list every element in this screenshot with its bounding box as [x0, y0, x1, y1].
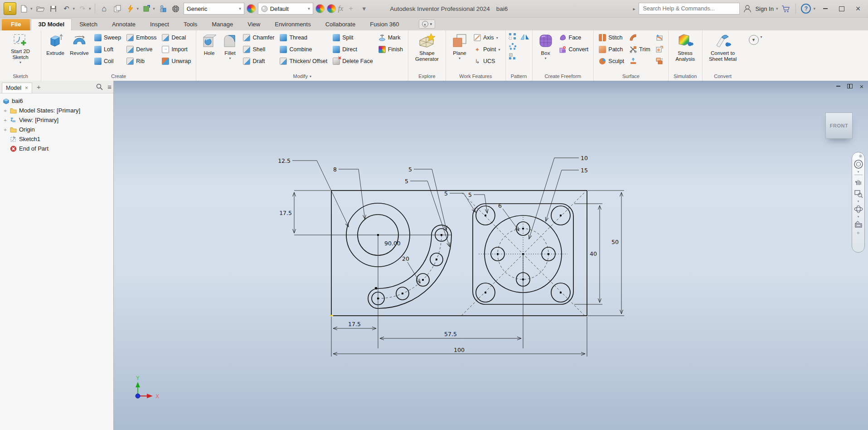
ribbon-collapse-control[interactable]: ▲ ▾ — [419, 20, 436, 29]
browser-search-icon[interactable] — [96, 83, 103, 90]
decal-button[interactable]: Decal — [160, 32, 193, 44]
stress-analysis-button[interactable]: Stress Analysis — [671, 32, 699, 71]
revolve-button[interactable]: Revolve — [68, 32, 91, 71]
dim-slot-radius[interactable]: 20 — [402, 255, 409, 262]
sweep-button[interactable]: Sweep — [92, 32, 123, 44]
clear-appearance-wheel-icon[interactable] — [327, 4, 336, 13]
new-file-button[interactable] — [19, 3, 29, 14]
tab-annotate[interactable]: Annotate — [105, 19, 142, 30]
redo-dropdown-icon[interactable]: ▾ — [89, 6, 91, 11]
dim-plate-width[interactable]: 100 — [454, 347, 465, 353]
thicken-offset-button[interactable]: Thicken/ Offset — [277, 55, 330, 67]
tree-item-view[interactable]: + View: [Primary] — [1, 115, 112, 125]
appearance-select[interactable]: Default ▾ — [258, 3, 313, 15]
tab-environments[interactable]: Environments — [268, 19, 317, 30]
panel-label-surface[interactable]: Surface — [595, 72, 667, 81]
tree-item-origin[interactable]: + Origin — [1, 125, 112, 134]
panel-label-explore[interactable]: Explore — [409, 72, 445, 81]
panel-label-modify[interactable]: Modify▾ — [197, 72, 407, 81]
new-file-dropdown-icon[interactable]: ▾ — [30, 6, 33, 11]
open-button[interactable] — [35, 3, 46, 14]
freeform-box-button[interactable]: Box ▾ — [535, 32, 556, 71]
plane-button[interactable]: Plane ▾ — [449, 32, 470, 71]
customize-qat-icon[interactable]: ▾ — [359, 3, 369, 14]
tab-manage[interactable]: Manage — [205, 19, 240, 30]
extend-surface-button[interactable] — [627, 55, 653, 67]
adjust-color-wheel-icon[interactable] — [315, 4, 325, 13]
material-dropdown-icon[interactable]: ▾ — [153, 6, 155, 11]
undo-dropdown-icon[interactable]: ▾ — [73, 6, 75, 11]
tree-item-end-of-part[interactable]: End of Part — [1, 144, 112, 153]
mark-button[interactable]: Mark — [376, 32, 405, 44]
freeform-box-dropdown-icon[interactable]: ▾ — [545, 56, 547, 60]
draft-button[interactable]: Draft — [241, 55, 276, 67]
help-dropdown-icon[interactable]: ▾ — [813, 6, 815, 11]
ruled-surface-button[interactable] — [627, 32, 653, 44]
replace-face-button[interactable] — [654, 44, 665, 55]
save-button[interactable] — [48, 3, 59, 14]
circular-pattern-icon[interactable] — [509, 43, 517, 50]
copy-surface-button[interactable] — [654, 55, 665, 67]
material-select[interactable]: Generic ▾ — [184, 3, 244, 15]
delete-face-button[interactable]: Delete Face — [330, 55, 375, 67]
inventor-logo[interactable]: I — [4, 2, 16, 15]
search-expand-icon[interactable]: ▸ — [633, 6, 635, 11]
expander-icon[interactable]: + — [3, 127, 8, 132]
expander-icon[interactable]: + — [3, 117, 8, 123]
dim-square-size[interactable]: 40 — [590, 250, 597, 257]
axis-button[interactable]: Axis▾ — [471, 32, 503, 44]
quick-command-dropdown-icon[interactable]: ▾ — [137, 6, 139, 11]
unwrap-button[interactable]: Unwrap — [160, 55, 193, 67]
trim-button[interactable]: Trim — [627, 44, 653, 55]
dim-center-distance[interactable]: 57.5 — [444, 331, 457, 337]
plane-dropdown-icon[interactable]: ▾ — [459, 56, 461, 60]
freeform-face-button[interactable]: Face — [557, 32, 591, 44]
ribbon-expand-button[interactable]: ▼ — [749, 35, 759, 45]
coil-button[interactable]: Coil — [92, 55, 123, 67]
patch-button[interactable]: Patch — [596, 44, 626, 55]
chamfer-button[interactable]: Chamfer — [241, 32, 276, 44]
loft-button[interactable]: Loft — [92, 44, 123, 55]
combine-button[interactable]: Combine — [277, 44, 330, 55]
panel-label-simulation[interactable]: Simulation — [669, 72, 701, 81]
browser-tab-close-icon[interactable]: × — [25, 85, 28, 91]
close-button[interactable]: × — [852, 3, 864, 14]
extrude-button[interactable]: Extrude — [44, 32, 67, 71]
rectangular-pattern-icon[interactable] — [509, 33, 517, 40]
browser-tab-model[interactable]: Model × — [2, 83, 32, 93]
mirror-icon[interactable] — [520, 33, 529, 41]
help-icon[interactable]: ? — [801, 4, 811, 14]
tab-file[interactable]: File — [2, 19, 30, 30]
tab-fusion-360[interactable]: Fusion 360 — [363, 19, 406, 30]
boundary-surface-button[interactable] — [654, 32, 665, 44]
modify-panel-dropdown-icon[interactable]: ▾ — [310, 74, 311, 78]
measure-plus-icon[interactable]: + — [345, 3, 356, 14]
graphics-canvas[interactable]: × FRONT ⊗ ▾ ▾ ▾ ⊖ — [114, 81, 868, 430]
tab-tools[interactable]: Tools — [177, 19, 204, 30]
dim-plate-height[interactable]: 50 — [611, 239, 619, 245]
material-browser-button[interactable] — [141, 3, 152, 14]
shape-generator-button[interactable]: Shape Generator — [411, 32, 443, 71]
dim-slot-angle[interactable]: 90.00 — [384, 240, 401, 247]
dim-corner-hole[interactable]: 5 — [468, 191, 472, 198]
start-2d-sketch-button[interactable]: Start 2D Sketch ▾ — [3, 32, 38, 71]
fillet-dropdown-icon[interactable]: ▾ — [229, 56, 231, 60]
tree-item-sketch1[interactable]: Sketch1 — [1, 134, 112, 144]
freeform-convert-button[interactable]: Convert — [557, 44, 591, 55]
panel-label-create[interactable]: Create — [42, 72, 195, 81]
home-view-button[interactable]: ⌂ — [99, 3, 110, 14]
shell-button[interactable]: Shell — [241, 44, 276, 55]
hole-button[interactable]: Hole — [199, 32, 219, 71]
dim-vertical-offset[interactable]: 17.5 — [279, 210, 292, 216]
tab-inspect[interactable]: Inspect — [143, 19, 176, 30]
iproperties-button[interactable] — [157, 3, 168, 14]
dim-slot-width[interactable]: 5 — [405, 178, 408, 185]
screen-copy-button[interactable] — [112, 3, 123, 14]
render-button[interactable] — [170, 3, 181, 14]
quick-command-button[interactable] — [125, 3, 136, 14]
search-input[interactable] — [639, 3, 740, 15]
emboss-button[interactable]: Emboss — [124, 32, 159, 44]
tab-3d-model[interactable]: 3D Model — [31, 19, 72, 30]
tree-item-root[interactable]: bai6 — [1, 96, 112, 106]
dim-flange-radius[interactable]: 15 — [581, 167, 588, 174]
